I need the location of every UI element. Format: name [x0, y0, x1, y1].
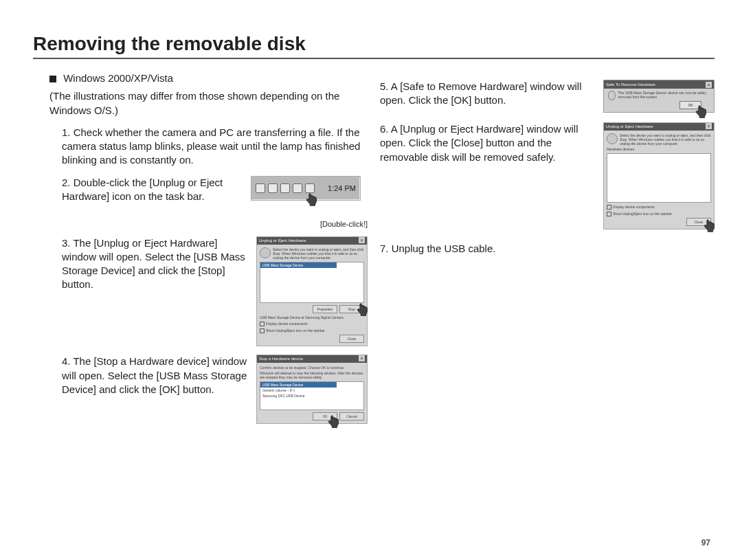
- list-label: Hardware devices:: [607, 147, 711, 151]
- checkbox-icon[interactable]: [260, 328, 265, 333]
- tray-icon-1: [256, 183, 265, 193]
- dialog-titlebar: Safe To Remove Hardware ×: [604, 80, 714, 89]
- step7-text: 7. Unplug the USB cable.: [380, 242, 715, 256]
- device-item[interactable]: USB Mass Storage Device: [260, 262, 337, 268]
- os-header-note: (The illustrations may differ from those…: [49, 89, 368, 117]
- cancel-button[interactable]: Cancel: [339, 412, 364, 421]
- dialog-title: Unplug or Eject Hardware: [259, 237, 306, 245]
- dialog-desc: Select the device you want to unplug or …: [273, 247, 364, 260]
- info-icon: [608, 91, 616, 100]
- properties-button[interactable]: Properties: [313, 305, 337, 313]
- step6-text: 6. A [Unplug or Eject Hardware] window w…: [380, 122, 598, 164]
- step3-text: 3. The [Unplug or Eject Hardware] window…: [62, 236, 251, 292]
- os-header: Windows 2000/XP/Vista: [49, 71, 368, 85]
- bullet-icon: [49, 76, 56, 82]
- step6-figure: Unplug or Eject Hardware × Select the de…: [603, 122, 715, 229]
- close-icon[interactable]: ×: [706, 123, 712, 129]
- device-list[interactable]: USB Mass Storage Device: [260, 262, 364, 303]
- step2-text: 2. Double-click the [Unplug or Eject Har…: [62, 176, 245, 204]
- tray-icon-4: [293, 183, 302, 193]
- checkbox-icon[interactable]: [607, 205, 611, 210]
- step2-row: 2. Double-click the [Unplug or Eject Har…: [33, 176, 368, 228]
- chk1-label: Display device components: [613, 205, 655, 209]
- close-icon[interactable]: ×: [706, 82, 712, 88]
- unplug-dialog-2: Unplug or Eject Hardware × Select the de…: [603, 122, 715, 229]
- pointer-hand-icon: [326, 414, 341, 429]
- column-right: 5. A [Safe to Remove Hardware] window wi…: [380, 71, 715, 424]
- double-click-label: [Double-click!]: [251, 220, 368, 228]
- dialog-title: Safe To Remove Hardware: [606, 82, 655, 87]
- stop-hardware-dialog: Stop a Hardware device × Confirm devices…: [256, 355, 368, 424]
- pointer-hand-icon: [355, 302, 370, 317]
- step3-row: 3. The [Unplug or Eject Hardware] window…: [33, 236, 368, 347]
- step1-text: 1. Check whether the camera and PC are t…: [62, 126, 368, 168]
- tray-icon-5: [305, 183, 315, 193]
- step6-row: 6. A [Unplug or Eject Hardware] window w…: [380, 122, 715, 229]
- page-title: Removing the removable disk: [33, 33, 715, 59]
- page-number: 97: [701, 538, 710, 548]
- step2-figure: 1:24 PM [Double-click!]: [251, 176, 368, 228]
- dialog-title: Stop a Hardware device: [259, 355, 303, 363]
- dialog-text: The 'USB Mass Storage Device' device can…: [618, 91, 710, 99]
- dialog-titlebar: Unplug or Eject Hardware ×: [604, 123, 714, 131]
- step5-figure: Safe To Remove Hardware × The 'USB Mass …: [603, 80, 715, 113]
- dialog-titlebar: Unplug or Eject Hardware ×: [257, 237, 367, 245]
- eject-icon: [607, 133, 618, 144]
- chk2-label: Show Unplug/Eject icon on the taskbar: [266, 328, 325, 333]
- checkbox-icon[interactable]: [607, 212, 611, 216]
- device-list-2[interactable]: USB Mass Storage Device Generic volume -…: [260, 381, 364, 410]
- device-list-empty[interactable]: [607, 153, 711, 203]
- dialog-text1: Confirm devices to be stopped. Choose OK…: [260, 366, 364, 370]
- dialog-title: Unplug or Eject Hardware: [606, 123, 653, 131]
- checkbox-icon[interactable]: [260, 322, 265, 326]
- eject-icon: [260, 247, 271, 258]
- dialog-desc: Select the device you want to unplug or …: [620, 133, 711, 146]
- dialog-footer: USB Mass Storage Device at Samsung Digit…: [260, 315, 364, 320]
- step4-figure: Stop a Hardware device × Confirm devices…: [256, 355, 368, 424]
- dialog-text2: Windows will attempt to stop the followi…: [260, 371, 364, 379]
- dialog-titlebar: Stop a Hardware device ×: [257, 355, 367, 363]
- chk1-label: Display device components: [266, 322, 308, 326]
- chk2-label: Show Unplug/Eject icon on the taskbar: [613, 212, 672, 216]
- unplug-dialog-1: Unplug or Eject Hardware × Select the de…: [256, 236, 368, 347]
- pointer-hand-icon: [702, 219, 717, 234]
- pointer-hand-icon: [304, 192, 319, 208]
- device-item-3[interactable]: Samsung DSC USB Device: [260, 393, 363, 399]
- device-item-2[interactable]: Generic volume - (F:): [260, 388, 363, 393]
- close-icon[interactable]: ×: [359, 237, 365, 243]
- step4-text: 4. The [Stop a Hardware device] window w…: [62, 355, 251, 396]
- tray-icon-2: [268, 183, 278, 193]
- taskbar-time: 1:24 PM: [328, 184, 356, 192]
- step5-row: 5. A [Safe to Remove Hardware] window wi…: [380, 80, 715, 113]
- close-icon[interactable]: ×: [359, 355, 365, 361]
- step4-row: 4. The [Stop a Hardware device] window w…: [33, 355, 368, 424]
- close-button[interactable]: Close: [339, 335, 364, 343]
- os-header-text: Windows 2000/XP/Vista: [63, 72, 173, 84]
- tray-icon-3: [280, 183, 290, 193]
- device-item-1[interactable]: USB Mass Storage Device: [260, 382, 337, 388]
- step5-text: 5. A [Safe to Remove Hardware] window wi…: [380, 80, 598, 108]
- step3-figure: Unplug or Eject Hardware × Select the de…: [256, 236, 368, 347]
- tray-icons: [256, 183, 315, 193]
- column-left: Windows 2000/XP/Vista (The illustrations…: [33, 71, 368, 424]
- pointer-hand-icon: [694, 104, 709, 120]
